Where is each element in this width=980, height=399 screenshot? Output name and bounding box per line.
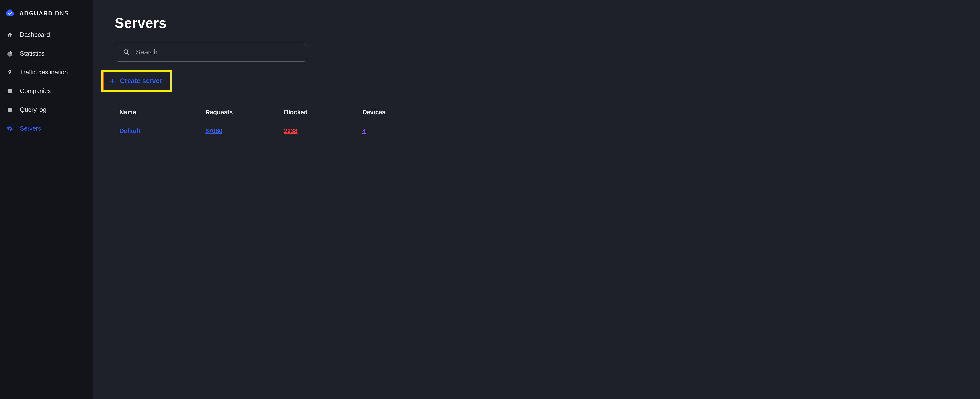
svg-point-2 — [124, 50, 127, 53]
brand-text: ADGUARD DNS — [19, 10, 69, 17]
col-header-blocked: Blocked — [284, 109, 360, 116]
plus-icon — [109, 78, 116, 84]
sidebar-item-servers[interactable]: Servers — [0, 119, 93, 138]
sidebar-item-label: Dashboard — [20, 31, 50, 38]
sidebar-item-traffic-destination[interactable]: Traffic destination — [0, 63, 93, 82]
home-icon — [6, 32, 13, 38]
col-header-devices: Devices — [363, 109, 392, 116]
sidebar-item-dashboard[interactable]: Dashboard — [0, 25, 93, 44]
sidebar-item-statistics[interactable]: Statistics — [0, 44, 93, 63]
svg-line-3 — [127, 53, 129, 55]
svg-rect-0 — [8, 89, 12, 90]
table-row[interactable]: Default 67080 2238 4 — [115, 123, 963, 139]
col-header-name: Name — [119, 109, 202, 116]
search-box[interactable] — [115, 43, 307, 62]
sidebar-item-query-log[interactable]: Query log — [0, 100, 93, 119]
svg-rect-1 — [8, 91, 12, 93]
server-devices-link[interactable]: 4 — [363, 127, 366, 134]
pin-icon — [6, 69, 13, 76]
page-title: Servers — [115, 14, 963, 31]
brand-cloud-icon — [5, 8, 15, 19]
col-header-requests: Requests — [205, 109, 281, 116]
nav-list: Dashboard Statistics Traffic destination… — [0, 25, 93, 138]
server-requests-link[interactable]: 67080 — [205, 127, 223, 134]
folder-icon — [6, 106, 13, 113]
sidebar: ADGUARD DNS Dashboard Statistics Tra — [0, 0, 93, 399]
search-input[interactable] — [136, 48, 299, 56]
server-blocked-link[interactable]: 2238 — [284, 127, 298, 134]
sidebar-item-label: Companies — [20, 87, 51, 95]
gear-icon — [6, 125, 13, 132]
server-name-cell[interactable]: Default — [119, 127, 202, 135]
pie-chart-icon — [6, 50, 13, 57]
app-root: ADGUARD DNS Dashboard Statistics Tra — [0, 0, 980, 399]
servers-table: Name Requests Blocked Devices Default 67… — [115, 104, 963, 139]
table-header: Name Requests Blocked Devices — [115, 104, 963, 120]
sidebar-item-label: Statistics — [20, 50, 45, 57]
sidebar-item-label: Query log — [20, 106, 46, 113]
create-server-label: Create server — [120, 77, 162, 85]
search-icon — [123, 49, 129, 55]
stack-icon — [6, 88, 13, 95]
sidebar-item-label: Servers — [20, 125, 41, 132]
brand[interactable]: ADGUARD DNS — [0, 8, 93, 25]
sidebar-item-companies[interactable]: Companies — [0, 82, 93, 100]
main-content: Servers Create server Name Requests Bloc… — [93, 0, 980, 399]
create-server-button[interactable]: Create server — [102, 70, 172, 92]
sidebar-item-label: Traffic destination — [20, 69, 68, 76]
